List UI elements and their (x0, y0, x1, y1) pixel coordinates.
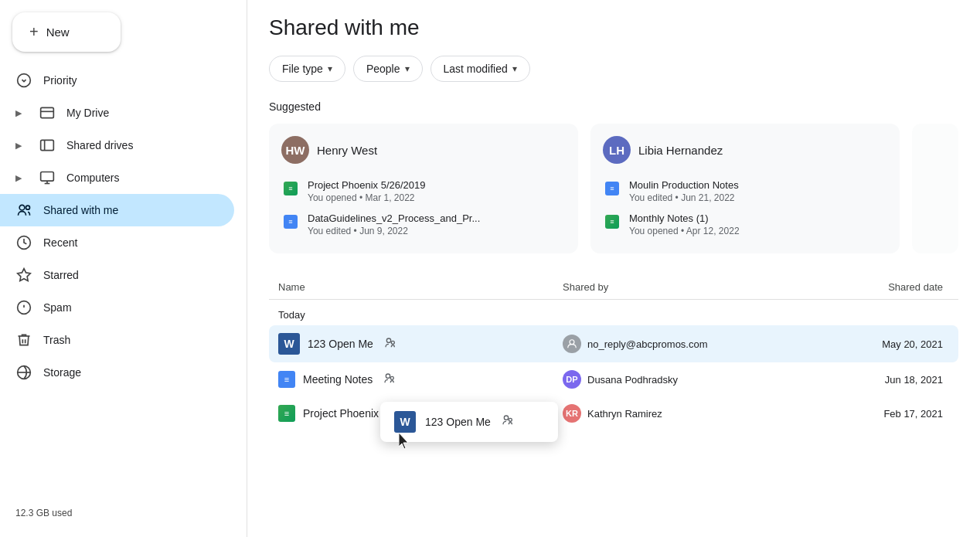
libia-file-2[interactable]: ≡ Monthly Notes (1) You opened • Apr 12,… (603, 208, 887, 241)
sidebar-item-storage[interactable]: Storage (0, 356, 234, 389)
shared-by-name-123: no_reply@abcpromos.com (587, 338, 708, 350)
popup-word-doc-icon: W (394, 411, 416, 433)
new-button-label: New (46, 25, 70, 39)
suggestion-card-partial (912, 124, 958, 253)
file-list: Name Shared by Shared date Today W 123 O… (269, 275, 958, 430)
docs-icon-meeting: ≡ (278, 371, 295, 388)
file-row-123-open-me[interactable]: W 123 Open Me no_reply@abcpromos.com May… (269, 325, 958, 362)
henry-file-2-meta: You edited • Jun 9, 2022 (308, 226, 480, 236)
popup-file-name: 123 Open Me (425, 416, 491, 428)
storage-used-text: 12.3 GB used (15, 508, 72, 518)
shared-by-name-phoenix: Kathryn Ramirez (587, 408, 662, 420)
col-shared-date: Shared date (795, 281, 949, 293)
svg-point-14 (386, 338, 390, 342)
shared-drives-arrow: ▶ (15, 141, 28, 151)
shared-date-123: May 20, 2021 (795, 338, 949, 350)
shared-drives-icon (39, 137, 56, 154)
card-user-libia: LH Libia Hernandez (603, 136, 887, 164)
sidebar-item-my-drive[interactable]: ▶ My Drive (0, 97, 234, 129)
storage-info: 12.3 GB used (0, 495, 247, 531)
sidebar-item-label: My Drive (66, 107, 109, 119)
card-user-henry: HW Henry West (281, 136, 566, 164)
libia-name: Libia Hernandez (638, 144, 723, 157)
libia-file-2-info: Monthly Notes (1) You opened • Apr 12, 2… (629, 212, 740, 236)
file-row-project-phoenix[interactable]: ≡ Project Phoenix KR Kathryn Ramirez Feb… (269, 396, 958, 430)
people-label: People (366, 63, 400, 75)
shared-icon-meeting (383, 372, 396, 387)
priority-icon (15, 72, 32, 89)
sidebar-item-label: Spam (43, 301, 72, 314)
henry-file-2[interactable]: ≡ DataGuidelines_v2_Process_and_Pr... Yo… (281, 208, 566, 241)
word-icon-123: W (278, 333, 300, 355)
file-row-meeting-notes[interactable]: ≡ Meeting Notes DP Dusana Podhradsky Jun… (269, 362, 958, 396)
shared-by-cell-123: no_reply@abcpromos.com (563, 335, 795, 353)
avatar-libia: LH (603, 136, 631, 164)
avatar-kathryn: KR (563, 404, 581, 423)
new-button[interactable]: + New (12, 12, 121, 52)
libia-file-1-info: Moulin Production Notes You edited • Jun… (629, 179, 739, 203)
sidebar-item-label: Computers (66, 172, 119, 184)
people-filter[interactable]: People ▾ (353, 56, 423, 82)
sheets-icon-phoenix: ≡ (278, 405, 295, 422)
file-type-filter[interactable]: File type ▾ (269, 56, 345, 82)
sidebar: + New Priority ▶ My Drive ▶ Shared drive… (0, 0, 247, 537)
libia-file-2-name: Monthly Notes (1) (629, 212, 740, 224)
popup-word-icon: W (393, 410, 417, 434)
page-title: Shared with me (269, 15, 958, 40)
svg-point-8 (26, 206, 30, 209)
file-name-123: 123 Open Me (308, 338, 373, 350)
svg-point-22 (509, 418, 512, 421)
my-drive-icon (39, 104, 56, 121)
svg-point-17 (386, 374, 390, 378)
suggestion-card-henry[interactable]: HW Henry West ≡ Project Phoenix 5/26/201… (269, 124, 578, 253)
sidebar-item-recent[interactable]: Recent (0, 226, 234, 259)
sidebar-item-priority[interactable]: Priority (0, 64, 234, 97)
sidebar-item-shared-drives[interactable]: ▶ Shared drives (0, 129, 234, 161)
henry-file-1-name: Project Phoenix 5/26/2019 (308, 179, 426, 191)
context-popup: W 123 Open Me (380, 402, 558, 442)
shared-by-cell-phoenix: KR Kathryn Ramirez (563, 404, 795, 423)
sidebar-item-label: Storage (43, 366, 81, 379)
file-type-chevron: ▾ (328, 63, 332, 74)
file-name-phoenix: Project Phoenix (303, 407, 379, 420)
sheets-icon-henry-1: ≡ (281, 179, 300, 198)
svg-point-21 (504, 416, 508, 420)
sidebar-item-label: Shared drives (66, 139, 133, 151)
shared-date-phoenix: Feb 17, 2021 (795, 408, 949, 420)
suggestion-card-libia[interactable]: LH Libia Hernandez ≡ Moulin Production N… (590, 124, 900, 253)
storage-icon (15, 364, 32, 381)
recent-icon (15, 234, 32, 251)
sidebar-item-computers[interactable]: ▶ Computers (0, 161, 234, 194)
henry-name: Henry West (317, 144, 377, 157)
sidebar-item-shared-with-me[interactable]: Shared with me (0, 194, 234, 226)
spam-icon (15, 299, 32, 316)
file-name-cell-meeting: ≡ Meeting Notes (278, 371, 563, 388)
avatar-dusana: DP (563, 370, 581, 389)
henry-file-2-name: DataGuidelines_v2_Process_and_Pr... (308, 212, 480, 224)
shared-with-me-icon (15, 202, 32, 219)
docs-icon-henry-2: ≡ (281, 212, 300, 231)
sidebar-item-label: Recent (43, 236, 77, 249)
svg-rect-2 (41, 140, 54, 150)
sidebar-item-trash[interactable]: Trash (0, 324, 234, 356)
popup-shared-icon (502, 414, 514, 430)
sidebar-item-starred[interactable]: Starred (0, 259, 234, 291)
shared-by-cell-meeting: DP Dusana Podhradsky (563, 370, 795, 389)
computers-arrow: ▶ (15, 173, 28, 183)
docs-icon-libia-1: ≡ (603, 179, 621, 198)
file-type-label: File type (282, 63, 323, 75)
last-modified-filter[interactable]: Last modified ▾ (430, 56, 530, 82)
sidebar-item-label: Priority (43, 74, 77, 87)
suggested-label: Suggested (269, 100, 958, 113)
sidebar-item-spam[interactable]: Spam (0, 291, 234, 324)
henry-file-1[interactable]: ≡ Project Phoenix 5/26/2019 You opened •… (281, 175, 566, 208)
libia-file-1-meta: You edited • Jun 21, 2022 (629, 192, 739, 203)
svg-point-18 (391, 376, 394, 379)
libia-file-1[interactable]: ≡ Moulin Production Notes You edited • J… (603, 175, 887, 208)
svg-point-16 (570, 340, 574, 345)
sheets-icon-libia-2: ≡ (603, 212, 621, 231)
henry-file-2-info: DataGuidelines_v2_Process_and_Pr... You … (308, 212, 480, 236)
libia-file-2-meta: You opened • Apr 12, 2022 (629, 226, 740, 236)
henry-file-1-info: Project Phoenix 5/26/2019 You opened • M… (308, 179, 426, 203)
last-modified-label: Last modified (444, 63, 508, 75)
